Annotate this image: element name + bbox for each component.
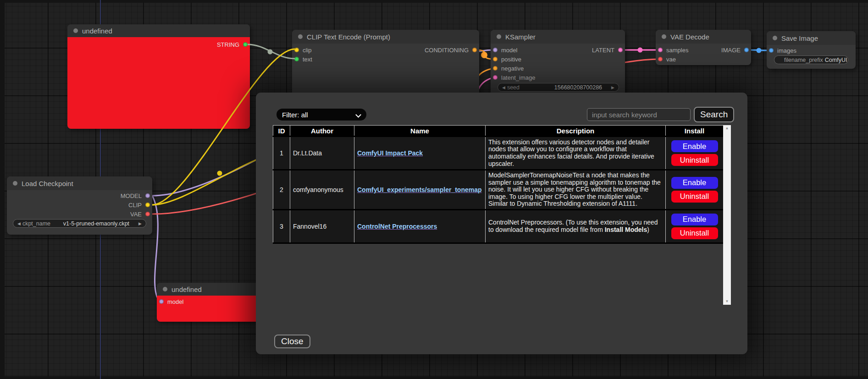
- input-slot-model[interactable]: model: [493, 47, 517, 53]
- node-title[interactable]: VAE Decode: [656, 30, 751, 44]
- enable-button[interactable]: Enable: [671, 214, 718, 225]
- cell-install: EnableUninstall: [666, 209, 724, 243]
- node-title[interactable]: KSampler: [491, 30, 625, 44]
- output-slot-VAE[interactable]: VAE: [130, 211, 150, 217]
- table-scrollbar[interactable]: ▲ ▼: [723, 125, 731, 305]
- enable-button[interactable]: Enable: [671, 140, 718, 152]
- scroll-down-icon[interactable]: ▼: [725, 298, 729, 305]
- widget-label: ckpt_name: [22, 220, 50, 227]
- collapse-dot-icon[interactable]: [298, 34, 303, 39]
- enable-button[interactable]: Enable: [671, 177, 718, 189]
- wire-dot-icon: [217, 171, 222, 176]
- slot-dot-icon[interactable]: [145, 193, 150, 198]
- slot-label: vae: [666, 56, 676, 63]
- slot-label: text: [303, 56, 312, 63]
- scroll-up-icon[interactable]: ▲: [725, 125, 729, 132]
- slot-label: LATENT: [592, 47, 614, 54]
- slot-dot-icon[interactable]: [618, 48, 623, 52]
- slot-dot-icon[interactable]: [658, 48, 663, 52]
- slot-label: MODEL: [121, 192, 142, 199]
- filter-select[interactable]: Filter: all: [276, 109, 366, 121]
- extension-table: IDAuthorNameDescriptionInstall 1Dr.Lt.Da…: [273, 125, 723, 244]
- filter-select-label: Filter: all: [282, 111, 308, 119]
- extension-link[interactable]: ControlNet Preprocessors: [357, 223, 437, 230]
- output-slot-STRING[interactable]: STRING: [217, 41, 248, 48]
- table-header-row: IDAuthorNameDescriptionInstall: [273, 126, 724, 137]
- slot-dot-icon[interactable]: [493, 57, 498, 61]
- output-slot-LATENT[interactable]: LATENT: [592, 47, 623, 53]
- node-title[interactable]: undefined: [67, 24, 250, 37]
- uninstall-button[interactable]: Uninstall: [671, 227, 718, 239]
- uninstall-button[interactable]: Uninstall: [671, 191, 718, 203]
- collapse-dot-icon[interactable]: [497, 34, 501, 39]
- slot-dot-icon[interactable]: [493, 66, 498, 71]
- search-button[interactable]: Search: [694, 107, 734, 122]
- collapse-dot-icon[interactable]: [662, 34, 666, 39]
- slot-label: CLIP: [128, 202, 142, 209]
- slot-dot-icon[interactable]: [658, 57, 663, 61]
- slot-dot-icon[interactable]: [472, 48, 477, 52]
- slot-label: positive: [501, 56, 521, 63]
- slot-dot-icon[interactable]: [159, 299, 164, 304]
- node-load-checkpoint[interactable]: Load CheckpointMODELCLIPVAE◀ckpt_namev1-…: [7, 176, 152, 235]
- error-node-body: [67, 37, 250, 129]
- stepper-right-icon[interactable]: ▶: [611, 85, 614, 90]
- slot-dot-icon[interactable]: [744, 48, 749, 52]
- output-slot-CLIP[interactable]: CLIP: [128, 202, 150, 208]
- cell-name: ComfyUI_experiments/sampler_tonemap: [354, 170, 486, 210]
- output-slot-MODEL[interactable]: MODEL: [121, 192, 150, 199]
- extension-link[interactable]: ComfyUI Impact Pack: [357, 149, 423, 157]
- input-slot-samples[interactable]: samples: [658, 47, 688, 53]
- output-slot-CONDITIONING[interactable]: CONDITIONING: [425, 47, 477, 53]
- extension-link[interactable]: ComfyUI_experiments/sampler_tonemap: [357, 186, 482, 193]
- slot-dot-icon[interactable]: [493, 75, 498, 80]
- input-slot-text[interactable]: text: [294, 56, 312, 62]
- slot-label: latent_image: [501, 74, 535, 81]
- uninstall-button[interactable]: Uninstall: [671, 154, 718, 166]
- input-slot-vae[interactable]: vae: [658, 56, 676, 62]
- node-ksampler[interactable]: KSamplermodelpositivenegativelatent_imag…: [491, 30, 625, 99]
- slot-label: images: [777, 47, 796, 54]
- cell-id: 3: [273, 209, 290, 243]
- widget-ckpt_name[interactable]: ◀ckpt_namev1-5-pruned-emaonly.ckpt▶: [13, 219, 146, 228]
- input-slot-model[interactable]: model: [159, 298, 183, 305]
- slot-label: IMAGE: [721, 47, 741, 54]
- node-title[interactable]: Load Checkpoint: [7, 176, 152, 190]
- stepper-right-icon[interactable]: ▶: [138, 221, 142, 226]
- collapse-dot-icon[interactable]: [163, 287, 167, 291]
- cell-description: ModelSamplerTonemapNoiseTest a node that…: [486, 170, 666, 210]
- input-slot-latent_image[interactable]: latent_image: [493, 74, 535, 81]
- collapse-dot-icon[interactable]: [73, 28, 78, 33]
- slot-dot-icon[interactable]: [769, 48, 774, 53]
- input-slot-clip[interactable]: clip: [294, 47, 312, 53]
- stepper-left-icon[interactable]: ◀: [502, 85, 505, 90]
- node-title[interactable]: CLIP Text Encode (Prompt): [292, 30, 479, 44]
- collapse-dot-icon[interactable]: [13, 181, 17, 186]
- widget-seed[interactable]: ◀seed156680208700286▶: [498, 83, 619, 92]
- wire-string-to-text: [248, 44, 295, 59]
- collapse-dot-icon[interactable]: [773, 36, 777, 40]
- input-slot-positive[interactable]: positive: [493, 56, 521, 62]
- slot-dot-icon[interactable]: [243, 42, 248, 47]
- search-input[interactable]: [587, 108, 691, 121]
- widget-value: ComfyUI: [825, 57, 847, 63]
- slot-dot-icon[interactable]: [294, 48, 299, 52]
- node-save-image[interactable]: Save Imageimagesfilename_prefixComfyUI: [767, 31, 856, 69]
- slot-dot-icon[interactable]: [294, 57, 299, 61]
- output-slot-IMAGE[interactable]: IMAGE: [721, 47, 749, 53]
- cell-description: This extension offers various detector n…: [486, 137, 666, 170]
- slot-label: clip: [303, 47, 312, 54]
- node-title[interactable]: Save Image: [767, 31, 856, 45]
- input-slot-negative[interactable]: negative: [493, 65, 524, 71]
- cell-install: EnableUninstall: [666, 170, 724, 210]
- node-undefined-top[interactable]: undefinedSTRING: [67, 24, 250, 129]
- close-button[interactable]: Close: [274, 335, 310, 348]
- widget-filename_prefix[interactable]: filename_prefixComfyUI: [774, 55, 848, 64]
- wire-dot-icon: [481, 52, 487, 58]
- stepper-left-icon[interactable]: ◀: [17, 221, 21, 226]
- slot-dot-icon[interactable]: [493, 48, 498, 52]
- input-slot-images[interactable]: images: [769, 47, 796, 54]
- slot-dot-icon[interactable]: [145, 203, 150, 207]
- node-vae-decode[interactable]: VAE DecodesamplesvaeIMAGE: [656, 30, 751, 65]
- slot-dot-icon[interactable]: [145, 212, 150, 216]
